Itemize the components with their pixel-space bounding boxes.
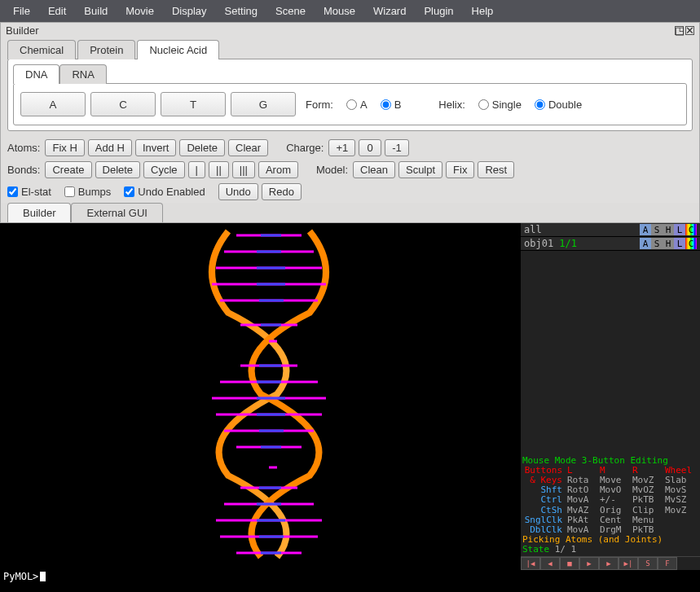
menu-plugin[interactable]: Plugin — [416, 3, 461, 19]
ashlc-l-button[interactable]: L — [674, 224, 685, 235]
bottom-tabs: BuilderExternal GUI — [1, 203, 699, 222]
tab-content: DNARNA ACTGForm: A BHelix: Single Double — [7, 59, 693, 131]
subtab-rna[interactable]: RNA — [59, 64, 106, 84]
charge-minus1-button[interactable]: -1 — [385, 139, 409, 156]
form-b-radio[interactable]: B — [381, 99, 402, 111]
base-a-button[interactable]: A — [20, 92, 86, 116]
detach-icon[interactable]: ◳ — [675, 26, 684, 35]
play-▶-button[interactable]: ▶ — [599, 557, 619, 570]
subtab-dna[interactable]: DNA — [13, 64, 59, 84]
ashlc-a-button[interactable]: A — [640, 224, 651, 235]
object-name: all — [524, 224, 640, 235]
atoms-invert-button[interactable]: Invert — [135, 139, 177, 156]
el-stat-checkbox[interactable]: El-stat — [7, 186, 51, 198]
menu-edit[interactable]: Edit — [40, 3, 74, 19]
play-S-button[interactable]: S — [638, 557, 658, 570]
form-a-radio[interactable]: A — [346, 99, 368, 111]
bumps-checkbox[interactable]: Bumps — [64, 186, 111, 198]
ashlc-s-button[interactable]: S — [651, 238, 663, 249]
bonds-arom-button[interactable]: Arom — [258, 161, 298, 178]
builder-panel: Builder ◳ ✕ ChemicalProteinNucleic Acid … — [0, 22, 700, 223]
close-icon[interactable]: ✕ — [685, 26, 694, 35]
menu-wizard[interactable]: Wizard — [365, 3, 414, 19]
model-label: Model: — [316, 164, 348, 176]
window-controls: ◳ ✕ — [675, 26, 694, 35]
charge-plus1-button[interactable]: +1 — [328, 139, 355, 156]
ashlc-s-button[interactable]: S — [651, 224, 663, 235]
bonds-create-button[interactable]: Create — [45, 161, 91, 178]
prompt: PyMOL> — [3, 571, 38, 582]
bonds-bar-button[interactable]: | — [188, 161, 205, 178]
play-F-button[interactable]: F — [658, 557, 677, 570]
ashlc-a-button[interactable]: A — [640, 238, 651, 249]
base-t-button[interactable]: T — [161, 92, 226, 116]
menu-build[interactable]: Build — [76, 3, 116, 19]
undo-enabled-checkbox[interactable]: Undo Enabled — [124, 186, 205, 198]
atoms-add-h-button[interactable]: Add H — [88, 139, 132, 156]
model-clean-button[interactable]: Clean — [353, 161, 395, 178]
checks-row: El-stat Bumps Undo EnabledUndoRedo — [1, 181, 699, 203]
atoms-clear-button[interactable]: Clear — [228, 139, 268, 156]
model-rest-button[interactable]: Rest — [478, 161, 514, 178]
ashlc-h-button[interactable]: H — [663, 224, 674, 235]
menu-file[interactable]: File — [5, 3, 38, 19]
menu-setting[interactable]: Setting — [217, 3, 266, 19]
ashlc-h-button[interactable]: H — [663, 238, 674, 249]
mouse-info[interactable]: Mouse Mode 3-Button EditingButtonsLMRWhe… — [521, 454, 700, 556]
tab-chemical[interactable]: Chemical — [7, 40, 76, 59]
bonds-barbar-button[interactable]: || — [209, 161, 229, 178]
bonds-row: Bonds:CreateDeleteCycle||||||AromModel:C… — [1, 159, 699, 181]
viewport[interactable] — [0, 223, 521, 570]
bonds-delete-button[interactable]: Delete — [95, 161, 141, 178]
play-■-button[interactable]: ■ — [560, 557, 579, 570]
bottom-tab-builder[interactable]: Builder — [7, 203, 71, 222]
dna-model — [163, 223, 391, 573]
ashlc-c-button[interactable]: C — [685, 224, 697, 235]
helix-single-radio[interactable]: Single — [478, 99, 522, 111]
undo-button[interactable]: Undo — [218, 183, 258, 200]
subtabs: DNARNA — [13, 64, 687, 84]
charge-label: Charge: — [286, 142, 324, 154]
menu-help[interactable]: Help — [464, 3, 502, 19]
atoms-fix-h-button[interactable]: Fix H — [45, 139, 84, 156]
atoms-row: Atoms:Fix HAdd HInvertDeleteClearCharge:… — [1, 137, 699, 159]
play-controls: |◀◀■▶▶▶|SF — [521, 556, 700, 570]
menu-movie[interactable]: Movie — [117, 3, 162, 19]
tab-nucleic-acid[interactable]: Nucleic Acid — [137, 40, 219, 59]
bonds-cycle-button[interactable]: Cycle — [143, 161, 185, 178]
bonds-barbarbar-button[interactable]: ||| — [232, 161, 255, 178]
base-c-button[interactable]: C — [90, 92, 156, 116]
redo-button[interactable]: Redo — [262, 183, 302, 200]
bottom-tab-external-gui[interactable]: External GUI — [71, 203, 162, 222]
atoms-label: Atoms: — [7, 142, 40, 154]
object-index: 1/1 — [559, 238, 577, 249]
charge-0-button[interactable]: 0 — [359, 139, 381, 156]
object-list: allASHLCobj01 1/1ASHLC — [521, 223, 700, 454]
play-▶|-button[interactable]: ▶| — [619, 557, 638, 570]
menu-scene[interactable]: Scene — [267, 3, 314, 19]
menubar: FileEditBuildMovieDisplaySettingSceneMou… — [0, 0, 700, 22]
menu-display[interactable]: Display — [164, 3, 215, 19]
tab-protein[interactable]: Protein — [77, 40, 135, 59]
tabbar: ChemicalProteinNucleic Acid — [1, 40, 699, 59]
bonds-label: Bonds: — [7, 164, 40, 176]
object-name: obj01 1/1 — [524, 238, 640, 249]
helix-label: Helix: — [438, 99, 465, 111]
play-|◀-button[interactable]: |◀ — [521, 557, 540, 570]
ashlc-l-button[interactable]: L — [674, 238, 685, 249]
ashlc-c-button[interactable]: C — [685, 238, 697, 249]
model-sculpt-button[interactable]: Sculpt — [398, 161, 442, 178]
main-area: allASHLCobj01 1/1ASHLC Mouse Mode 3-Butt… — [0, 223, 700, 570]
play-▶-button[interactable]: ▶ — [579, 557, 599, 570]
model-fix-button[interactable]: Fix — [446, 161, 474, 178]
object-row-all[interactable]: allASHLC — [521, 223, 700, 237]
menu-mouse[interactable]: Mouse — [315, 3, 363, 19]
base-g-button[interactable]: G — [231, 92, 296, 116]
form-label: Form: — [306, 99, 333, 111]
builder-titlebar: Builder ◳ ✕ — [1, 23, 699, 38]
object-row-obj01[interactable]: obj01 1/1ASHLC — [521, 237, 700, 251]
side-panel: allASHLCobj01 1/1ASHLC Mouse Mode 3-Butt… — [521, 223, 700, 570]
atoms-delete-button[interactable]: Delete — [179, 139, 225, 156]
helix-double-radio[interactable]: Double — [535, 99, 582, 111]
play-◀-button[interactable]: ◀ — [540, 557, 560, 570]
